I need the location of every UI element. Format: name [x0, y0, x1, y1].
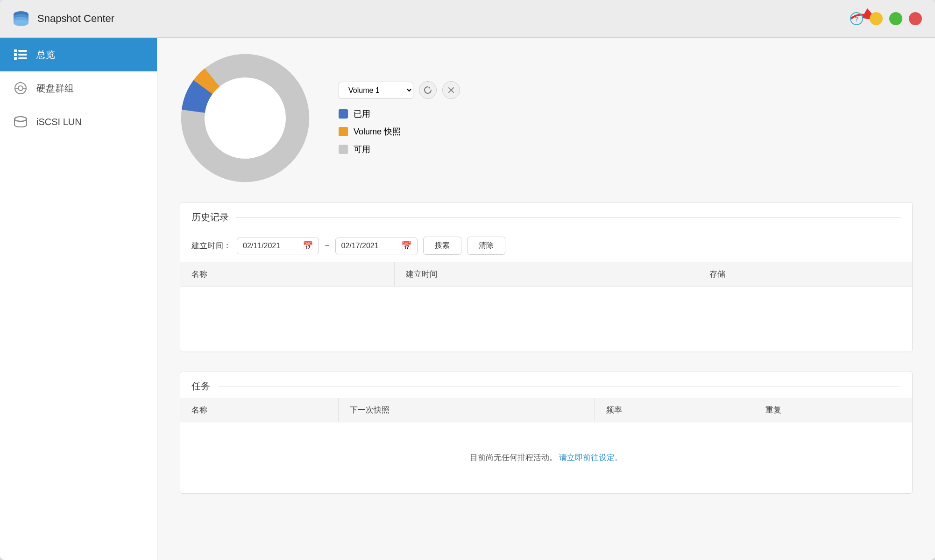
title-bar: Snapshot Center ?	[0, 0, 935, 38]
date-from-wrap: 📅	[237, 238, 319, 254]
sidebar-item-diskgroup[interactable]: 硬盘群组	[0, 71, 157, 105]
svg-rect-12	[18, 57, 27, 59]
date-to-wrap: 📅	[335, 238, 418, 254]
date-from-input[interactable]	[243, 242, 299, 250]
legend-dot-snapshot	[339, 127, 348, 136]
tasks-col-next-snapshot: 下一次快照	[338, 398, 595, 422]
legend-label-used: 已用	[354, 108, 370, 119]
diskgroup-icon	[13, 81, 28, 96]
history-col-name: 名称	[180, 262, 394, 287]
chart-legend: 已用 Volume 快照 可用	[339, 108, 460, 155]
history-section-line	[236, 217, 901, 217]
svg-rect-11	[18, 54, 27, 56]
calendar-from-icon[interactable]: 📅	[303, 241, 313, 251]
chart-controls: Volume 1 Volume 2	[339, 81, 460, 155]
svg-rect-9	[14, 57, 17, 60]
chart-area: Volume 1 Volume 2	[180, 53, 913, 183]
filter-row: 建立时间： 📅 ~ 📅 搜索 清除	[180, 229, 912, 262]
history-empty-row	[180, 287, 912, 352]
tasks-empty-text: 目前尚无任何排程活动。	[470, 453, 557, 462]
tilde-separator: ~	[325, 241, 330, 251]
svg-point-6	[14, 20, 28, 26]
svg-rect-7	[14, 49, 17, 52]
date-to-input[interactable]	[341, 242, 397, 250]
tasks-col-repeat: 重复	[754, 398, 912, 422]
legend-dot-available	[339, 145, 348, 154]
history-col-created: 建立时间	[394, 262, 698, 287]
app-title: Snapshot Center	[37, 13, 114, 25]
legend-item-snapshot: Volume 快照	[339, 126, 460, 137]
refresh-button[interactable]	[419, 81, 437, 99]
legend-label-available: 可用	[354, 144, 370, 155]
minimize-button[interactable]	[870, 12, 883, 25]
history-section-header: 历史记录	[180, 203, 912, 229]
svg-point-18	[14, 117, 27, 121]
tasks-settings-link[interactable]: 请立即前往设定。	[559, 453, 623, 462]
overview-icon	[13, 47, 28, 62]
app-window: Snapshot Center ?	[0, 0, 935, 560]
help-button[interactable]: ?	[850, 12, 863, 25]
sidebar-label-overview: 总览	[36, 49, 55, 61]
sidebar-item-overview[interactable]: 总览	[0, 38, 157, 71]
title-bar-controls: ?	[850, 12, 922, 25]
tasks-section: 任务 名称 下一次快照 频率 重复	[180, 371, 913, 494]
sidebar-item-iscsi[interactable]: iSCSI LUN	[0, 105, 157, 139]
volume-select-row: Volume 1 Volume 2	[339, 81, 460, 99]
right-panel: Volume 1 Volume 2	[157, 38, 935, 560]
tasks-table: 名称 下一次快照 频率 重复 目前尚无任何排程活动。 请立即前往设定。	[180, 398, 912, 493]
tasks-section-line	[218, 386, 901, 386]
svg-point-22	[205, 77, 286, 159]
volume-select[interactable]: Volume 1 Volume 2	[339, 82, 413, 99]
tasks-empty-message: 目前尚无任何排程活动。 请立即前往设定。	[191, 429, 901, 486]
history-section-title: 历史记录	[191, 211, 229, 224]
tasks-section-header: 任务	[180, 371, 912, 398]
iscsi-icon	[13, 114, 28, 129]
maximize-button[interactable]	[889, 12, 902, 25]
donut-chart	[180, 53, 311, 183]
app-icon	[11, 9, 31, 28]
history-table: 名称 建立时间 存储	[180, 262, 912, 352]
tasks-col-frequency: 频率	[595, 398, 754, 422]
svg-point-14	[18, 86, 23, 91]
search-button[interactable]: 搜索	[423, 237, 461, 255]
cancel-button[interactable]	[442, 81, 460, 99]
clear-button[interactable]: 清除	[467, 237, 505, 255]
title-bar-left: Snapshot Center	[11, 9, 114, 28]
date-label: 建立时间：	[191, 240, 231, 251]
calendar-to-icon[interactable]: 📅	[401, 241, 411, 251]
sidebar: 总览 硬盘群组	[0, 38, 157, 560]
legend-dot-used	[339, 109, 348, 119]
legend-label-snapshot: Volume 快照	[354, 126, 401, 137]
history-section: 历史记录 建立时间： 📅 ~ 📅 搜索 清除	[180, 202, 913, 352]
legend-item-available: 可用	[339, 144, 460, 155]
tasks-section-title: 任务	[191, 380, 210, 392]
svg-rect-10	[18, 50, 27, 52]
svg-rect-8	[14, 53, 17, 56]
close-button[interactable]	[909, 12, 922, 25]
main-content: 总览 硬盘群组	[0, 38, 935, 560]
sidebar-label-diskgroup: 硬盘群组	[36, 82, 74, 95]
sidebar-label-iscsi: iSCSI LUN	[36, 117, 82, 127]
history-col-storage: 存储	[698, 262, 912, 287]
tasks-empty-row: 目前尚无任何排程活动。 请立即前往设定。	[180, 422, 912, 493]
tasks-col-name: 名称	[180, 398, 338, 422]
legend-item-used: 已用	[339, 108, 460, 119]
